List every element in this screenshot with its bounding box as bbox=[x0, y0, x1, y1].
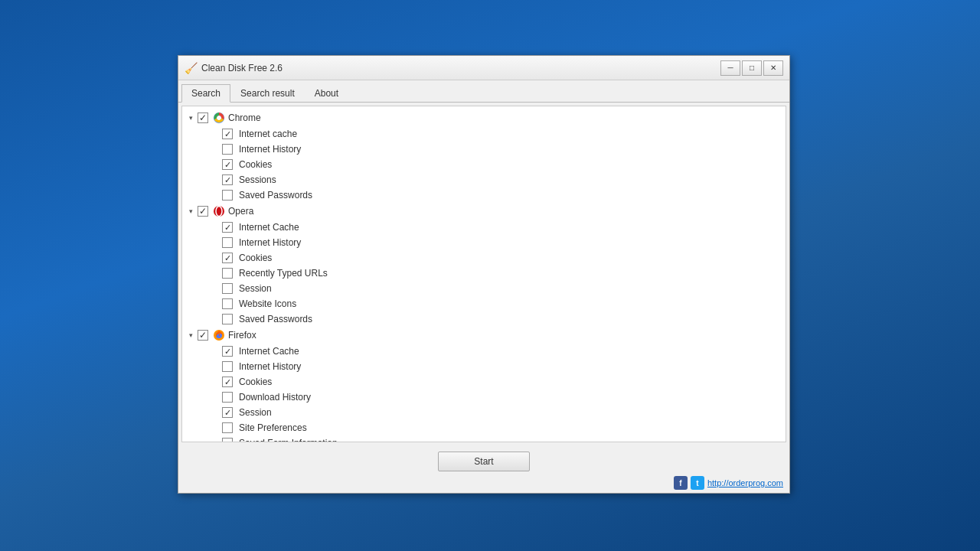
checkbox-firefox-cookies[interactable]: ✓ bbox=[222, 377, 233, 387]
browser-group-chrome: ▾ ✓ Chrome bbox=[182, 109, 786, 203]
item-label: Recently Typed URLs bbox=[239, 268, 328, 279]
item-label: Session bbox=[239, 407, 272, 418]
firefox-icon bbox=[213, 329, 225, 341]
item-label: Download History bbox=[239, 392, 311, 403]
browser-group-opera: ▾ ✓ Opera ✓ Internet Cache bbox=[182, 203, 786, 327]
footer-links: f t http://orderprog.com bbox=[181, 476, 786, 490]
item-label: Internet Cache bbox=[239, 346, 299, 357]
item-label: Internet History bbox=[239, 237, 301, 248]
tab-about[interactable]: About bbox=[305, 84, 348, 103]
list-item[interactable]: ✓ Session bbox=[222, 405, 786, 420]
list-item[interactable]: Recently Typed URLs bbox=[222, 266, 786, 281]
chevron-chrome: ▾ bbox=[185, 112, 196, 123]
content-area: ▾ ✓ Chrome bbox=[181, 106, 786, 442]
item-label: Sessions bbox=[239, 174, 276, 185]
main-window: 🧹 Clean Disk Free 2.6 ─ □ ✕ Search Searc… bbox=[178, 55, 790, 494]
checkbox-opera-recently-typed[interactable] bbox=[222, 268, 233, 279]
firefox-items: ✓ Internet Cache Internet History ✓ Cook… bbox=[182, 344, 786, 442]
chevron-firefox: ▾ bbox=[185, 330, 196, 341]
minimize-button[interactable]: ─ bbox=[720, 60, 740, 76]
chrome-items: ✓ Internet cache Internet History ✓ Cook… bbox=[182, 126, 786, 203]
checkbox-opera-internet-history[interactable] bbox=[222, 237, 233, 248]
item-label: Internet cache bbox=[239, 129, 297, 139]
title-bar: 🧹 Clean Disk Free 2.6 ─ □ ✕ bbox=[178, 56, 789, 80]
browser-group-firefox: ▾ ✓ Firefox ✓ Internet Cache bbox=[182, 327, 786, 442]
svg-point-2 bbox=[217, 116, 221, 120]
item-label: Cookies bbox=[239, 253, 272, 263]
list-item[interactable]: ✓ Cookies bbox=[222, 250, 786, 266]
app-icon: 🧹 bbox=[185, 62, 197, 74]
checkbox-opera-saved-passwords[interactable] bbox=[222, 314, 233, 324]
checkbox-chrome-saved-passwords[interactable] bbox=[222, 190, 233, 201]
opera-icon bbox=[213, 205, 225, 217]
item-label: Cookies bbox=[239, 159, 272, 170]
window-title: Clean Disk Free 2.6 bbox=[201, 63, 720, 73]
item-label: Website Icons bbox=[239, 298, 296, 309]
list-item[interactable]: Internet History bbox=[222, 235, 786, 250]
chevron-opera: ▾ bbox=[185, 206, 196, 217]
list-item[interactable]: ✓ Internet Cache bbox=[222, 344, 786, 359]
list-item[interactable]: Saved Form Information bbox=[222, 435, 786, 442]
twitter-icon[interactable]: t bbox=[691, 476, 704, 490]
list-item[interactable]: Website Icons bbox=[222, 296, 786, 311]
window-controls: ─ □ ✕ bbox=[720, 60, 783, 76]
browser-header-opera[interactable]: ▾ ✓ Opera bbox=[182, 203, 786, 220]
list-item[interactable]: Internet History bbox=[222, 142, 786, 157]
tab-search-result[interactable]: Search result bbox=[230, 84, 305, 103]
item-label: Site Preferences bbox=[239, 422, 307, 433]
list-item[interactable]: ✓ Cookies bbox=[222, 157, 786, 172]
list-item[interactable]: ✓ Cookies bbox=[222, 374, 786, 390]
close-button[interactable]: ✕ bbox=[763, 60, 783, 76]
browser-checkbox-chrome[interactable]: ✓ bbox=[198, 112, 208, 123]
checkbox-firefox-saved-form-info[interactable] bbox=[222, 438, 233, 442]
checkbox-chrome-internet-cache[interactable]: ✓ bbox=[222, 129, 233, 139]
maximize-button[interactable]: □ bbox=[742, 60, 762, 76]
list-item[interactable]: Internet History bbox=[222, 359, 786, 374]
list-item[interactable]: ✓ Sessions bbox=[222, 172, 786, 187]
checkbox-firefox-internet-history[interactable] bbox=[222, 361, 233, 372]
tree-view[interactable]: ▾ ✓ Chrome bbox=[182, 106, 786, 442]
list-item[interactable]: Saved Passwords bbox=[222, 187, 786, 203]
item-label: Session bbox=[239, 283, 272, 294]
svg-point-3 bbox=[214, 206, 224, 217]
checkbox-chrome-internet-history[interactable] bbox=[222, 144, 233, 155]
opera-items: ✓ Internet Cache Internet History ✓ Cook… bbox=[182, 220, 786, 327]
menu-bar: Search Search result About bbox=[178, 80, 789, 103]
website-link[interactable]: http://orderprog.com bbox=[707, 478, 783, 487]
item-label: Saved Passwords bbox=[239, 314, 312, 324]
list-item[interactable]: Saved Passwords bbox=[222, 311, 786, 327]
list-item[interactable]: ✓ Internet cache bbox=[222, 126, 786, 142]
item-label: Saved Passwords bbox=[239, 190, 312, 201]
checkbox-opera-internet-cache[interactable]: ✓ bbox=[222, 222, 233, 233]
checkbox-opera-website-icons[interactable] bbox=[222, 298, 233, 309]
item-label: Saved Form Information bbox=[239, 438, 338, 442]
tab-search[interactable]: Search bbox=[181, 84, 230, 103]
browser-name-firefox: Firefox bbox=[228, 330, 256, 341]
checkbox-chrome-sessions[interactable]: ✓ bbox=[222, 174, 233, 185]
browser-header-chrome[interactable]: ▾ ✓ Chrome bbox=[182, 109, 786, 126]
item-label: Internet History bbox=[239, 144, 301, 155]
checkbox-firefox-download-history[interactable] bbox=[222, 392, 233, 403]
item-label: Cookies bbox=[239, 377, 272, 387]
chrome-icon bbox=[213, 112, 225, 124]
item-label: Internet History bbox=[239, 361, 301, 372]
list-item[interactable]: ✓ Internet Cache bbox=[222, 220, 786, 235]
footer-area: Start f t http://orderprog.com bbox=[178, 445, 789, 493]
facebook-icon[interactable]: f bbox=[674, 476, 688, 490]
checkbox-firefox-internet-cache[interactable]: ✓ bbox=[222, 346, 233, 357]
checkbox-opera-session[interactable] bbox=[222, 283, 233, 294]
list-item[interactable]: Site Preferences bbox=[222, 420, 786, 435]
checkbox-opera-cookies[interactable]: ✓ bbox=[222, 253, 233, 263]
list-item[interactable]: Session bbox=[222, 281, 786, 296]
checkbox-firefox-site-preferences[interactable] bbox=[222, 422, 233, 433]
browser-checkbox-opera[interactable]: ✓ bbox=[198, 206, 208, 217]
start-button[interactable]: Start bbox=[438, 452, 530, 471]
item-label: Internet Cache bbox=[239, 222, 299, 233]
browser-header-firefox[interactable]: ▾ ✓ Firefox bbox=[182, 327, 786, 344]
browser-checkbox-firefox[interactable]: ✓ bbox=[198, 330, 208, 341]
checkbox-chrome-cookies[interactable]: ✓ bbox=[222, 159, 233, 170]
browser-name-opera: Opera bbox=[228, 206, 253, 217]
checkbox-firefox-session[interactable]: ✓ bbox=[222, 407, 233, 418]
list-item[interactable]: Download History bbox=[222, 390, 786, 405]
browser-name-chrome: Chrome bbox=[228, 112, 261, 123]
